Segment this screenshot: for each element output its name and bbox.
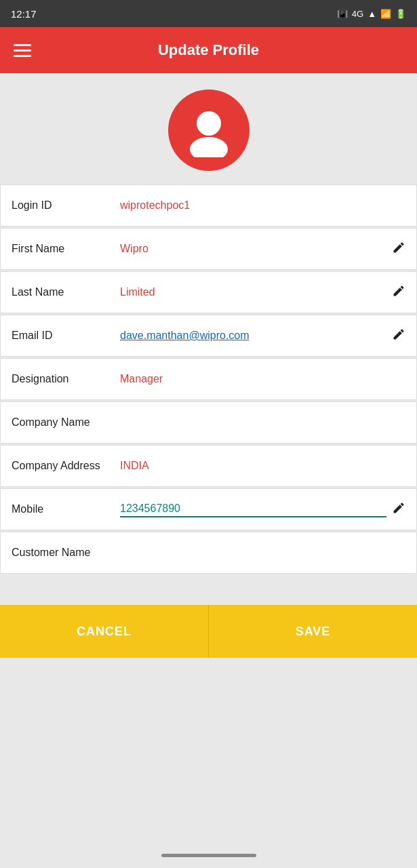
status-icons: 📳 4G ▲ 📶 🔋	[337, 9, 406, 19]
page-title: Update Profile	[45, 41, 372, 59]
field-row-customer-name: Customer Name	[0, 532, 417, 574]
field-row-company-name: Company Name	[0, 401, 417, 443]
field-row-login-id: Login IDwiprotechpoc1	[0, 184, 417, 226]
field-row-first-name: First NameWipro	[0, 228, 417, 270]
value-company-address: INDIA	[120, 458, 405, 473]
edit-icon-email-id[interactable]	[392, 328, 405, 344]
field-row-company-address: Company AddressINDIA	[0, 445, 417, 487]
avatar[interactable]	[168, 90, 250, 171]
field-row-mobile: Mobile1234567890	[0, 488, 417, 530]
value-email-id[interactable]: dave.manthan@wipro.com	[120, 328, 386, 343]
app-bar: Update Profile	[0, 27, 417, 73]
vibrate-icon: 📳	[337, 9, 348, 19]
value-customer-name	[120, 551, 405, 554]
value-last-name[interactable]: Limited	[120, 285, 386, 300]
field-row-designation: DesignationManager	[0, 358, 417, 400]
edit-icon-last-name[interactable]	[392, 284, 405, 301]
label-login-id: Login ID	[12, 199, 120, 212]
label-first-name: First Name	[12, 243, 120, 255]
value-first-name[interactable]: Wipro	[120, 241, 386, 256]
label-company-name: Company Name	[12, 416, 120, 429]
home-bar-area	[0, 658, 417, 868]
field-row-last-name: Last NameLimited	[0, 271, 417, 313]
battery-icon: 🔋	[395, 9, 406, 19]
label-email-id: Email ID	[12, 330, 120, 342]
svg-point-1	[190, 137, 228, 157]
status-bar: 12:17 📳 4G ▲ 📶 🔋	[0, 0, 417, 27]
status-time: 12:17	[11, 8, 37, 20]
value-company-name	[120, 421, 405, 424]
label-designation: Designation	[12, 373, 120, 385]
label-customer-name: Customer Name	[12, 547, 120, 559]
cancel-button[interactable]: CANCEL	[0, 605, 209, 658]
menu-button[interactable]	[14, 44, 31, 57]
label-mobile: Mobile	[12, 503, 120, 515]
value-login-id: wiprotechpoc1	[120, 198, 405, 213]
network-4g-icon: 4G	[352, 9, 363, 19]
save-button[interactable]: SAVE	[209, 605, 417, 658]
avatar-section	[0, 73, 417, 184]
field-row-email-id: Email IDdave.manthan@wipro.com	[0, 315, 417, 357]
edit-icon-first-name[interactable]	[392, 241, 405, 258]
signal-icon: 📶	[380, 9, 391, 19]
label-company-address: Company Address	[12, 460, 120, 472]
value-designation: Manager	[120, 372, 405, 387]
svg-point-0	[197, 111, 221, 136]
bottom-buttons: CANCEL SAVE	[0, 605, 417, 658]
wifi-icon: ▲	[368, 9, 376, 19]
edit-icon-mobile[interactable]	[392, 501, 405, 518]
form-area: Login IDwiprotechpoc1First NameWiproLast…	[0, 184, 417, 605]
home-bar	[161, 854, 256, 857]
label-last-name: Last Name	[12, 286, 120, 298]
avatar-icon	[182, 103, 236, 157]
value-mobile[interactable]: 1234567890	[120, 501, 386, 517]
